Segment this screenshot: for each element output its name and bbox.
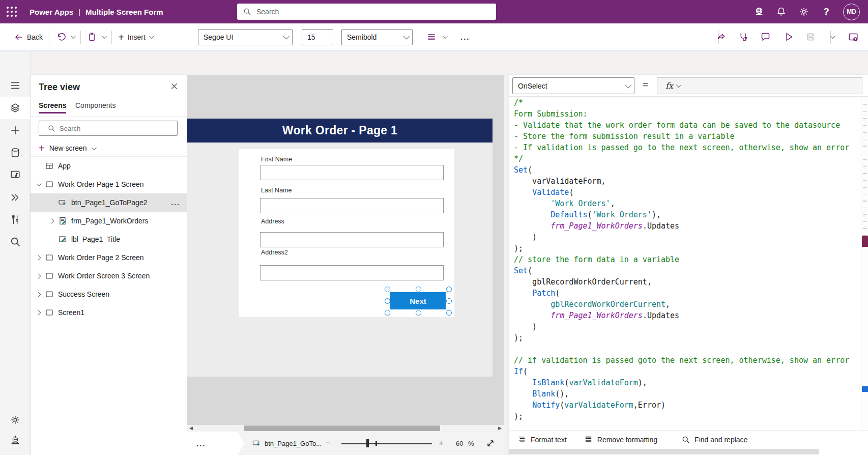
tab-screens[interactable]: Screens bbox=[39, 101, 66, 109]
avatar[interactable]: MD bbox=[843, 4, 860, 20]
selection-handle[interactable] bbox=[385, 298, 390, 304]
rail-tree-view-button[interactable] bbox=[0, 97, 30, 119]
preview-icon[interactable] bbox=[784, 32, 794, 42]
remove-formatting-button[interactable]: Remove formatting bbox=[584, 435, 657, 444]
font-weight-select[interactable]: Semibold bbox=[341, 29, 413, 45]
last-name-input[interactable] bbox=[260, 198, 444, 213]
tree-item-Success Screen[interactable]: Success Screen bbox=[31, 285, 187, 303]
property-select[interactable]: OnSelect bbox=[512, 77, 634, 94]
code-line[interactable]: Form Submission: bbox=[509, 108, 861, 120]
code-line[interactable]: Validate( bbox=[509, 187, 861, 198]
paste-dropdown-chevron-icon[interactable] bbox=[102, 35, 105, 39]
code-line[interactable]: ); bbox=[509, 411, 861, 422]
zoom-slider-handle[interactable] bbox=[366, 439, 369, 447]
code-line[interactable]: - Validate that the work order form data… bbox=[509, 120, 861, 131]
code-line[interactable]: Set( bbox=[509, 164, 861, 176]
scroll-left-icon[interactable]: ◀ bbox=[189, 425, 193, 432]
scrollbar-thumb[interactable] bbox=[244, 425, 440, 431]
tree-search-input[interactable]: Search bbox=[39, 121, 178, 136]
more-commands-button[interactable]: ... bbox=[460, 33, 470, 41]
rail-power-automate-button[interactable] bbox=[0, 186, 30, 209]
tree-item-Work Order Page 1 Screen[interactable]: Work Order Page 1 Screen bbox=[31, 175, 187, 193]
text-align-icon[interactable] bbox=[426, 32, 437, 42]
code-line[interactable]: Notify(varValidateForm,Error) bbox=[509, 400, 861, 411]
code-line[interactable]: frm_Page1_WorkOrders.Updates bbox=[509, 310, 861, 321]
chevron-right-icon[interactable] bbox=[35, 254, 42, 261]
tree-item-btn_Page1_GoToPage2[interactable]: btn_Page1_GoToPage2... bbox=[31, 193, 187, 212]
chevron-right-icon[interactable] bbox=[48, 217, 55, 224]
tree-item-App[interactable]: App bbox=[31, 157, 187, 175]
code-line[interactable]: ); bbox=[509, 332, 861, 344]
tree-item-Screen1[interactable]: Screen1 bbox=[31, 303, 187, 322]
selection-handle[interactable] bbox=[446, 310, 452, 316]
environment-icon[interactable] bbox=[754, 6, 765, 17]
chevron-right-icon[interactable] bbox=[35, 272, 42, 279]
selection-handle[interactable] bbox=[416, 310, 421, 316]
insert-button[interactable]: + Insert bbox=[118, 33, 153, 41]
rail-search-button[interactable] bbox=[0, 231, 30, 253]
item-more-button[interactable]: ... bbox=[171, 198, 180, 207]
font-family-select[interactable]: Segoe UI bbox=[198, 29, 293, 45]
code-line[interactable]: frm_Page1_WorkOrders.Updates bbox=[509, 220, 861, 232]
format-text-button[interactable]: Format text bbox=[517, 435, 567, 444]
code-line[interactable]: Set( bbox=[509, 265, 861, 276]
code-line[interactable]: Patch( bbox=[509, 288, 861, 299]
fullscreen-icon[interactable] bbox=[485, 438, 496, 448]
global-search-input[interactable]: Search bbox=[237, 4, 496, 20]
fx-dropdown[interactable]: fx bbox=[657, 77, 862, 94]
selection-handle[interactable] bbox=[416, 287, 421, 292]
breadcrumb-more-button[interactable]: ... bbox=[187, 432, 244, 455]
address-input[interactable] bbox=[260, 232, 444, 247]
selection-handle[interactable] bbox=[446, 287, 452, 292]
tree-item-Work Order Screen 3 Screen[interactable]: Work Order Screen 3 Screen bbox=[31, 267, 187, 285]
app-checker-icon[interactable] bbox=[738, 32, 749, 42]
new-screen-button[interactable]: + New screen bbox=[39, 140, 95, 156]
waffle-menu-icon[interactable] bbox=[0, 0, 23, 23]
rail-insert-button[interactable] bbox=[0, 119, 30, 141]
rail-advanced-tools-button[interactable] bbox=[0, 209, 30, 231]
rail-virtual-agent-button[interactable] bbox=[0, 429, 30, 451]
code-line[interactable]: gblRecordWorkOrderCurrent, bbox=[509, 299, 861, 310]
code-line[interactable]: - If validation is passed go to the next… bbox=[509, 142, 861, 153]
scrollbar-thumb[interactable] bbox=[509, 449, 819, 454]
next-button-control[interactable]: Next bbox=[390, 292, 446, 309]
rail-media-button[interactable] bbox=[0, 163, 30, 186]
selection-handle[interactable] bbox=[385, 287, 390, 292]
selection-handle[interactable] bbox=[385, 310, 390, 316]
code-line[interactable]: ) bbox=[509, 321, 861, 332]
comments-icon[interactable] bbox=[760, 32, 771, 42]
breadcrumb-selected-control[interactable]: btn_Page1_GoTo... bbox=[252, 432, 322, 455]
save-dropdown-chevron-icon[interactable] bbox=[830, 35, 834, 39]
close-icon[interactable] bbox=[170, 82, 180, 92]
code-line[interactable]: ); bbox=[509, 243, 861, 254]
first-name-input[interactable] bbox=[260, 165, 444, 180]
zoom-in-button[interactable]: + bbox=[439, 438, 444, 448]
align-dropdown-chevron-icon[interactable] bbox=[443, 35, 446, 39]
font-size-select[interactable]: 15 bbox=[302, 29, 333, 45]
tree-item-frm_Page1_WorkOrders[interactable]: frm_Page1_WorkOrders bbox=[31, 212, 187, 230]
paste-icon[interactable] bbox=[87, 32, 97, 42]
code-line[interactable]: // store the form data in a variable bbox=[509, 254, 861, 265]
code-line[interactable]: Defaults('Work Orders'), bbox=[509, 209, 861, 220]
zoom-slider[interactable] bbox=[341, 443, 432, 444]
code-line[interactable]: /* bbox=[509, 97, 861, 108]
notifications-icon[interactable] bbox=[776, 6, 787, 17]
tree-item-lbl_Page1_Title[interactable]: lbl_Page1_Title bbox=[31, 230, 187, 248]
save-icon[interactable] bbox=[805, 32, 816, 42]
code-line[interactable]: varValidateForm, bbox=[509, 176, 861, 187]
share-icon[interactable] bbox=[716, 32, 727, 42]
undo-icon[interactable] bbox=[55, 32, 66, 42]
editor-overview-ruler[interactable] bbox=[861, 97, 868, 430]
screen-artboard[interactable]: Work Order - Page 1 First Name Last Name… bbox=[187, 119, 493, 377]
settings-icon[interactable] bbox=[798, 6, 809, 17]
rail-menu-button[interactable] bbox=[0, 74, 30, 97]
chevron-right-icon[interactable] bbox=[35, 291, 42, 298]
canvas-horizontal-scrollbar[interactable]: ◀ ▶ bbox=[187, 425, 504, 432]
code-line[interactable]: 'Work Orders', bbox=[509, 198, 861, 209]
code-line[interactable]: Blank(), bbox=[509, 388, 861, 400]
find-and-replace-button[interactable]: Find and replace bbox=[682, 436, 747, 444]
chevron-right-icon[interactable] bbox=[35, 309, 42, 316]
work-order-form[interactable]: First Name Last Name Address Address2 Ne… bbox=[239, 149, 454, 317]
code-line[interactable]: If( bbox=[509, 366, 861, 377]
tab-components[interactable]: Components bbox=[75, 101, 115, 109]
